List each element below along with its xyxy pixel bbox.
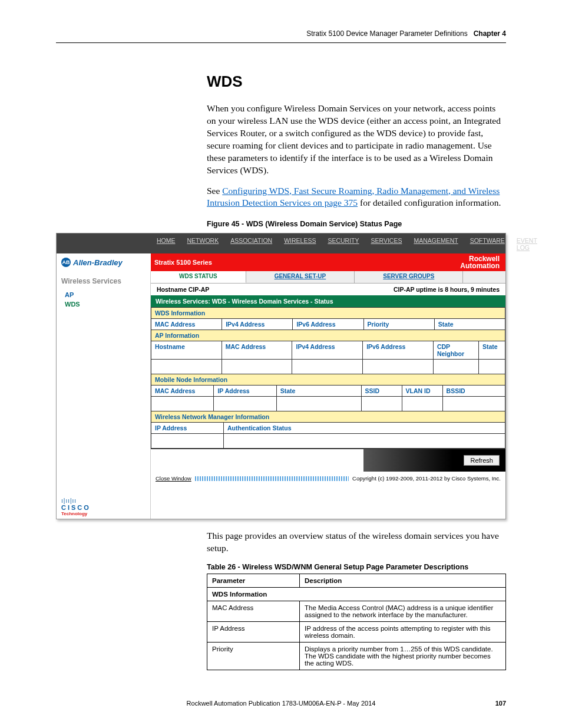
- tab-services[interactable]: SERVICES: [365, 235, 408, 253]
- param-table: ParameterDescription WDS Information MAC…: [207, 574, 506, 670]
- mn-info-header: Mobile Node Information: [151, 374, 505, 386]
- para2-pre: See: [207, 186, 222, 196]
- row-pri-p: Priority: [207, 643, 300, 670]
- tab-software[interactable]: SOFTWARE: [464, 235, 511, 253]
- hostname-label: Hostname: [157, 286, 187, 293]
- col-mac: MAC Address: [151, 319, 222, 330]
- sidebar-item-wds[interactable]: WDS: [65, 301, 146, 308]
- series-label: Stratix 5100 Series: [154, 259, 212, 266]
- refresh-button[interactable]: Refresh: [464, 455, 500, 466]
- col-cdp: CDP Neighbor: [434, 341, 479, 360]
- para2-post: for detailed configuration information.: [358, 197, 501, 207]
- hostname-value: CIP-AP: [189, 286, 210, 293]
- action-save[interactable]: Save Configuration: [543, 238, 562, 251]
- col-ip: IP Address: [214, 386, 276, 397]
- sidebar-title: Wireless Services: [61, 277, 146, 285]
- row-mac-d: The Media Access Control (MAC) address i…: [300, 601, 506, 622]
- top-bar: HOME NETWORK ASSOCIATION WIRELESS SECURI…: [57, 233, 505, 253]
- wnm-info-header: Wireless Network Manager Information: [151, 411, 505, 423]
- sidebar: Wireless Services AP WDS ı|ıı|ıı CISCO T…: [57, 271, 151, 519]
- subtab-general-setup[interactable]: GENERAL SET-UP: [246, 271, 355, 283]
- ab-icon: AB: [61, 258, 71, 267]
- ap-info-header: AP Information: [151, 330, 505, 341]
- th-section: WDS Information: [207, 588, 506, 601]
- col-auth: Authentication Status: [224, 423, 505, 434]
- header-rule: [56, 42, 506, 43]
- tab-management[interactable]: MANAGEMENT: [408, 235, 464, 253]
- status-bar: Wireless Services: WDS - Wireless Domain…: [151, 295, 505, 307]
- th-param: Parameter: [207, 574, 300, 588]
- col-ssid: SSID: [362, 386, 402, 397]
- refresh-row: Refresh: [151, 449, 505, 472]
- main-nav-tabs: HOME NETWORK ASSOCIATION WIRELESS SECURI…: [151, 235, 543, 253]
- wds-info-header: WDS Information: [151, 308, 505, 319]
- col-state: State: [435, 319, 505, 330]
- sub-tabs: WDS STATUS GENERAL SET-UP SERVER GROUPS: [151, 271, 505, 284]
- top-actions: Save Configuration| Ping| Logout| Refres…: [543, 238, 562, 253]
- figure-title: Figure 45 - WDS (Wireless Domain Service…: [207, 220, 506, 228]
- close-window-link[interactable]: Close Window: [156, 475, 191, 482]
- section-title: WDS: [207, 73, 506, 91]
- page-number: 107: [495, 700, 506, 707]
- row-pri-d: Displays a priority number from 1…255 of…: [300, 643, 506, 670]
- brand-bar: ABAllen-Bradley Stratix 5100 Series Rock…: [57, 253, 505, 271]
- shot-footer: Close Window Copyright (c) 1992-2009, 20…: [151, 472, 505, 485]
- doc-title: Stratix 5100 Device Manager Parameter De…: [306, 29, 467, 38]
- uptime-label: CIP-AP uptime is 8 hours, 9 minutes: [394, 286, 500, 293]
- screenshot-wds-status: HOME NETWORK ASSOCIATION WIRELESS SECURI…: [56, 233, 506, 519]
- row-mac-p: MAC Address: [207, 601, 300, 622]
- th-desc: Description: [300, 574, 506, 588]
- sidebar-item-ap[interactable]: AP: [65, 291, 146, 298]
- body-para-2: See Configuring WDS, Fast Secure Roaming…: [207, 185, 506, 210]
- col-bssid: BSSID: [443, 386, 505, 397]
- col-ipv6-2: IPv6 Address: [363, 341, 434, 360]
- tab-wireless[interactable]: WIRELESS: [278, 235, 322, 253]
- col-host: Hostname: [151, 341, 222, 360]
- col-ip2: IP Address: [151, 423, 224, 434]
- main-panel: WDS STATUS GENERAL SET-UP SERVER GROUPS …: [151, 271, 505, 519]
- table-title: Table 26 - Wireless WSD/WNM General Setu…: [207, 563, 506, 571]
- col-state2: State: [479, 341, 505, 360]
- col-mac2: MAC Address: [222, 341, 293, 360]
- row-ip-d: IP address of the access points attempti…: [300, 622, 506, 643]
- col-priority: Priority: [364, 319, 435, 330]
- hatch-divider: [195, 476, 349, 481]
- rockwell-logo: RockwellAutomation: [460, 255, 500, 270]
- tab-event-log[interactable]: EVENT LOG: [511, 235, 543, 253]
- row-ip-p: IP Address: [207, 622, 300, 643]
- cisco-logo: ı|ıı|ıı CISCO Technology: [61, 498, 91, 516]
- body-para-1: When you configure Wireless Domain Servi…: [207, 103, 506, 177]
- col-ipv4: IPv4 Address: [222, 319, 293, 330]
- tab-home[interactable]: HOME: [151, 235, 181, 253]
- subtab-wds-status[interactable]: WDS STATUS: [151, 271, 246, 283]
- running-header: Stratix 5100 Device Manager Parameter De…: [56, 29, 506, 38]
- allen-bradley-logo: ABAllen-Bradley: [57, 253, 151, 271]
- tab-network[interactable]: NETWORK: [181, 235, 225, 253]
- tab-association[interactable]: ASSOCIATION: [224, 235, 278, 253]
- col-ipv4-2: IPv4 Address: [292, 341, 363, 360]
- col-ipv6: IPv6 Address: [293, 319, 363, 330]
- page-footer: Rockwell Automation Publication 1783-UM0…: [56, 700, 506, 707]
- tab-security[interactable]: SECURITY: [322, 235, 365, 253]
- hostname-row: Hostname CIP-AP CIP-AP uptime is 8 hours…: [151, 284, 505, 295]
- chapter-label: Chapter 4: [474, 29, 506, 38]
- after-figure-para: This page provides an overview status of…: [207, 530, 506, 555]
- col-mac3: MAC Address: [151, 386, 214, 397]
- col-state3: State: [277, 386, 362, 397]
- publication-label: Rockwell Automation Publication 1783-UM0…: [187, 700, 376, 707]
- subtab-server-groups[interactable]: SERVER GROUPS: [355, 271, 463, 283]
- col-vlan: VLAN ID: [402, 386, 443, 397]
- copyright-label: Copyright (c) 1992-2009, 2011-2012 by Ci…: [352, 475, 501, 482]
- wds-info-table: WDS Information MAC Address IPv4 Address…: [151, 307, 505, 449]
